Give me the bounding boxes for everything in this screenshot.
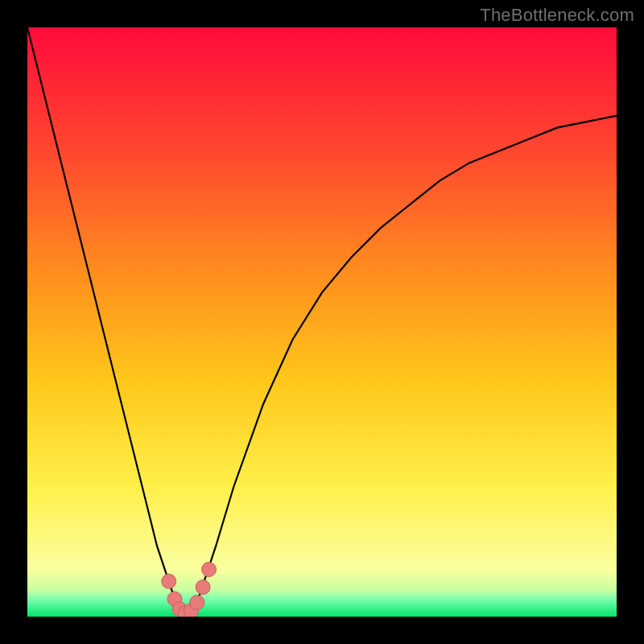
plot-area bbox=[27, 27, 617, 617]
highlight-dot bbox=[202, 562, 217, 576]
highlight-dot bbox=[196, 580, 210, 594]
highlight-dot bbox=[190, 595, 204, 609]
watermark-text: TheBottleneck.com bbox=[480, 5, 634, 26]
gradient-background bbox=[27, 27, 617, 617]
highlight-dot bbox=[162, 574, 176, 588]
outer-frame: TheBottleneck.com bbox=[0, 0, 644, 644]
chart-canvas bbox=[27, 27, 617, 617]
